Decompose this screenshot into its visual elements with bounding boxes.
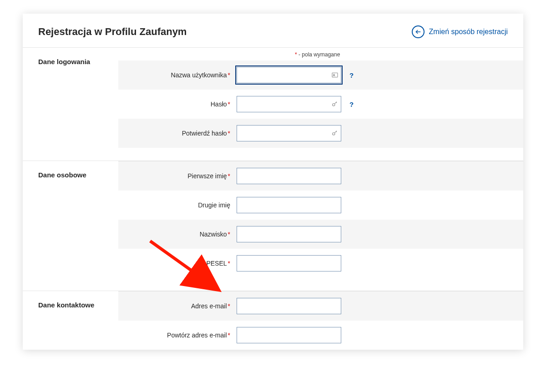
row-username: Nazwa użytkownika* ? (118, 60, 523, 90)
page-title: Rejestracja w Profilu Zaufanym (38, 26, 187, 38)
label-email: Adres e-mail* (127, 302, 237, 310)
row-confirm-password: Potwierdź hasło* (118, 119, 523, 148)
contact-card-icon (331, 71, 339, 79)
section-login: Dane logowania * - pola wymagane Nazwa u… (23, 47, 523, 161)
row-second-name: Drugie imię (118, 191, 523, 220)
required-fields-note: * - pola wymagane (118, 47, 523, 60)
header-row: Rejestracja w Profilu Zaufanym Zmień spo… (23, 14, 523, 47)
change-registration-method-link[interactable]: Zmień sposób rejestracji (412, 25, 508, 38)
key-icon (331, 101, 339, 108)
section-personal: Dane osobowe Pierwsze imię* Drugie imię (23, 161, 523, 291)
label-password: Hasło* (127, 101, 237, 108)
section-login-title: Dane logowania (23, 47, 118, 161)
label-surname: Nazwisko* (127, 231, 237, 238)
row-first-name: Pierwsze imię* (118, 161, 523, 191)
username-input[interactable] (237, 67, 341, 83)
section-contact: Dane kontaktowe Adres e-mail* Powtórz ad… (23, 291, 523, 350)
row-surname: Nazwisko* (118, 220, 523, 249)
label-email-repeat: Powtórz adres e-mail* (127, 332, 237, 339)
section-personal-title: Dane osobowe (23, 161, 118, 291)
svg-rect-1 (332, 73, 338, 77)
second-name-input[interactable] (237, 197, 341, 213)
key-icon (331, 130, 339, 137)
section-contact-body: Adres e-mail* Powtórz adres e-mail* (118, 291, 523, 350)
section-login-body: * - pola wymagane Nazwa użytkownika* (118, 48, 523, 161)
svg-point-3 (333, 104, 335, 106)
label-pesel: PESEL* (127, 260, 237, 267)
label-second-name: Drugie imię (127, 201, 237, 209)
email-repeat-input[interactable] (237, 327, 341, 343)
svg-point-2 (334, 74, 335, 75)
row-pesel: PESEL* (118, 249, 523, 278)
change-method-label: Zmień sposób rejestracji (429, 28, 508, 36)
confirm-password-input[interactable] (237, 125, 341, 141)
section-personal-body: Pierwsze imię* Drugie imię Nazwisko* (118, 161, 523, 291)
label-confirm-password: Potwierdź hasło* (127, 130, 237, 137)
svg-point-4 (333, 133, 335, 135)
row-email-repeat: Powtórz adres e-mail* (118, 321, 523, 350)
row-password: Hasło* ? (118, 90, 523, 119)
email-input[interactable] (237, 298, 341, 314)
pesel-input[interactable] (237, 255, 341, 271)
password-input[interactable] (237, 96, 341, 112)
row-email: Adres e-mail* (118, 291, 523, 321)
surname-input[interactable] (237, 226, 341, 242)
help-username[interactable]: ? (349, 71, 354, 79)
first-name-input[interactable] (237, 168, 341, 184)
label-username: Nazwa użytkownika* (127, 71, 237, 79)
registration-panel: Rejestracja w Profilu Zaufanym Zmień spo… (23, 14, 523, 350)
section-contact-title: Dane kontaktowe (23, 291, 118, 350)
back-arrow-icon (412, 25, 425, 38)
label-first-name: Pierwsze imię* (127, 172, 237, 180)
help-password[interactable]: ? (349, 101, 354, 108)
